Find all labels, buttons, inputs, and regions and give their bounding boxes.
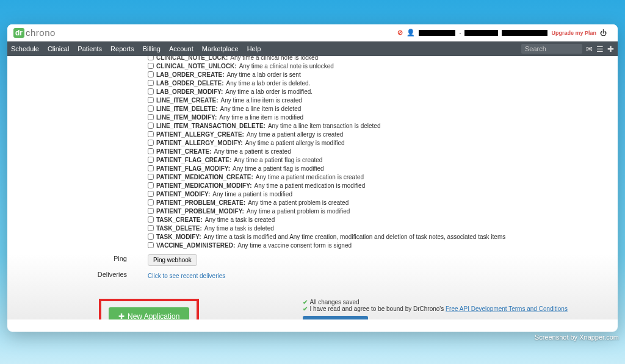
event-row: VACCINE_ADMINISTERED:Any time a vaccine … xyxy=(148,241,605,250)
event-checkbox[interactable] xyxy=(148,182,154,188)
event-row: PATIENT_FLAG_CREATE:Any time a patient f… xyxy=(148,156,605,165)
event-checkbox[interactable] xyxy=(148,71,154,77)
nav-bar: Schedule Clinical Patients Reports Billi… xyxy=(7,41,618,56)
ping-label: Ping xyxy=(7,255,135,262)
watermark: Screenshot by Xnapper.com xyxy=(535,334,619,341)
event-desc: Any time a clinical note is unlocked xyxy=(239,62,334,71)
event-checkbox[interactable] xyxy=(148,123,154,129)
event-desc: Any time a patient flag is created xyxy=(234,156,322,165)
event-key: LINE_ITEM_MODIFY: xyxy=(156,113,217,122)
event-checkbox[interactable] xyxy=(148,148,154,154)
redacted-extra xyxy=(502,30,547,36)
event-key: PATIENT_MEDICATION_MODIFY: xyxy=(156,182,251,190)
ping-webhook-button[interactable]: Ping webhook xyxy=(148,254,197,266)
event-desc: Any time a patient allergy is modified xyxy=(245,139,345,148)
event-desc: Any time a patient problem is modified xyxy=(247,207,350,216)
event-checkbox[interactable] xyxy=(148,88,154,95)
event-row: PATIENT_MEDICATION_MODIFY:Any time a pat… xyxy=(148,182,605,190)
event-key: PATIENT_PROBLEM_CREATE: xyxy=(156,199,245,207)
alert-icon[interactable]: ⊘ xyxy=(397,29,403,37)
event-checkbox[interactable] xyxy=(148,191,154,197)
event-row: LINE_ITEM_MODIFY:Any time a line item is… xyxy=(148,113,605,122)
event-checkbox[interactable] xyxy=(148,140,154,146)
event-key: LAB_ORDER_DELETE: xyxy=(156,79,224,88)
event-checkbox[interactable] xyxy=(148,56,154,60)
event-checkbox[interactable] xyxy=(148,174,154,180)
event-checkbox[interactable] xyxy=(148,208,154,214)
event-key: PATIENT_ALLERGY_CREATE: xyxy=(156,130,244,139)
footer-area: ✚ New Application ✔All changes saved ✔I … xyxy=(7,299,618,319)
nav-account[interactable]: Account xyxy=(169,45,193,52)
event-row: TASK_DELETE:Any time a task is deleted xyxy=(148,224,605,233)
envelope-icon[interactable]: ✉ xyxy=(586,45,593,54)
event-checkbox[interactable] xyxy=(148,114,154,120)
event-key: PATIENT_ALLERGY_MODIFY: xyxy=(156,139,243,148)
saved-status: ✔All changes saved xyxy=(303,299,568,305)
event-checkbox[interactable] xyxy=(148,105,154,112)
event-checkbox[interactable] xyxy=(148,225,154,231)
event-key: CLINICAL_NOTE_LOCK: xyxy=(156,56,228,62)
event-checkbox[interactable] xyxy=(148,234,154,240)
event-desc: Any time a line item is deleted xyxy=(220,105,302,113)
event-checkbox[interactable] xyxy=(148,80,154,86)
upgrade-plan-link[interactable]: Upgrade my Plan xyxy=(551,30,596,36)
list-icon[interactable]: ☰ xyxy=(596,45,604,54)
event-key: PATIENT_FLAG_MODIFY: xyxy=(156,165,230,173)
deliveries-link[interactable]: Click to see recent deliveries xyxy=(148,273,225,279)
event-key: LAB_ORDER_MODIFY: xyxy=(156,88,223,96)
nav-billing[interactable]: Billing xyxy=(143,45,161,52)
event-desc: Any time a patient flag is modified xyxy=(233,165,324,173)
event-desc: Any time a line item transaction is dele… xyxy=(268,122,381,130)
search-input[interactable] xyxy=(521,44,582,54)
nav-marketplace[interactable]: Marketplace xyxy=(202,45,239,52)
event-row: PATIENT_ALLERGY_CREATE:Any time a patien… xyxy=(148,130,605,139)
new-application-button[interactable]: ✚ New Application xyxy=(109,307,189,319)
event-checkbox[interactable] xyxy=(148,165,154,171)
event-checkbox[interactable] xyxy=(148,131,154,137)
agree-line: ✔I have read and agree to be bound by Dr… xyxy=(303,305,568,312)
event-row: LINE_ITEM_DELETE:Any time a line item is… xyxy=(148,105,605,113)
event-checkbox[interactable] xyxy=(148,199,154,205)
event-key: PATIENT_FLAG_CREATE: xyxy=(156,156,231,165)
plus-icon[interactable]: ✚ xyxy=(607,45,614,54)
event-checkbox[interactable] xyxy=(148,97,154,103)
event-desc: Any time a task is created xyxy=(205,216,275,224)
event-checkbox[interactable] xyxy=(148,63,154,69)
event-row: CLINICAL_NOTE_UNLOCK:Any time a clinical… xyxy=(148,62,605,71)
event-checkbox[interactable] xyxy=(148,242,154,248)
event-row: PATIENT_MEDICATION_CREATE:Any time a pat… xyxy=(148,173,605,182)
event-desc: Any time a lab order is modified. xyxy=(225,88,312,96)
terms-link[interactable]: Free API Development Terms and Condition… xyxy=(446,305,568,312)
event-row: LINE_ITEM_TRANSACTION_DELETE:Any time a … xyxy=(148,122,605,130)
event-desc: Any time a task is modified and Any time… xyxy=(204,233,506,241)
redacted-user xyxy=(419,30,455,36)
event-desc: Any time a line item is modified xyxy=(219,113,303,122)
app-window: dr chrono ⊘ 👤 - Upgrade my Plan ⏻ Schedu… xyxy=(7,24,618,332)
plus-icon: ✚ xyxy=(118,312,125,319)
content: CLINICAL_NOTE_LOCK:Any time a clinical n… xyxy=(7,56,618,319)
nav-left: Schedule Clinical Patients Reports Billi… xyxy=(11,45,261,52)
nav-patients[interactable]: Patients xyxy=(78,45,102,52)
event-row: PATIENT_MODIFY:Any time a patient is mod… xyxy=(148,190,605,199)
nav-clinical[interactable]: Clinical xyxy=(48,45,69,52)
user-icon[interactable]: 👤 xyxy=(406,29,415,37)
event-desc: Any time a lab order is deleted. xyxy=(226,79,311,88)
save-changes-button[interactable]: Save Changes xyxy=(303,316,368,319)
nav-reports[interactable]: Reports xyxy=(110,45,134,52)
event-checkbox[interactable] xyxy=(148,157,154,163)
event-row: LAB_ORDER_CREATE:Any time a lab order is… xyxy=(148,71,605,79)
event-checkbox[interactable] xyxy=(148,216,154,223)
nav-help[interactable]: Help xyxy=(247,45,261,52)
event-row: TASK_CREATE:Any time a task is created xyxy=(148,216,605,224)
event-row: LAB_ORDER_MODIFY:Any time a lab order is… xyxy=(148,88,605,96)
event-row: PATIENT_PROBLEM_CREATE:Any time a patien… xyxy=(148,199,605,207)
event-row: LAB_ORDER_DELETE:Any time a lab order is… xyxy=(148,79,605,88)
deliveries-label: Deliveries xyxy=(7,271,135,278)
event-key: PATIENT_PROBLEM_MODIFY: xyxy=(156,207,244,216)
event-key: LINE_ITEM_CREATE: xyxy=(156,96,219,105)
webhook-events-list: CLINICAL_NOTE_LOCK:Any time a clinical n… xyxy=(7,56,618,250)
event-row: CLINICAL_NOTE_LOCK:Any time a clinical n… xyxy=(148,56,605,62)
check-icon: ✔ xyxy=(303,299,308,305)
nav-schedule[interactable]: Schedule xyxy=(11,45,39,52)
power-icon[interactable]: ⏻ xyxy=(600,29,607,37)
